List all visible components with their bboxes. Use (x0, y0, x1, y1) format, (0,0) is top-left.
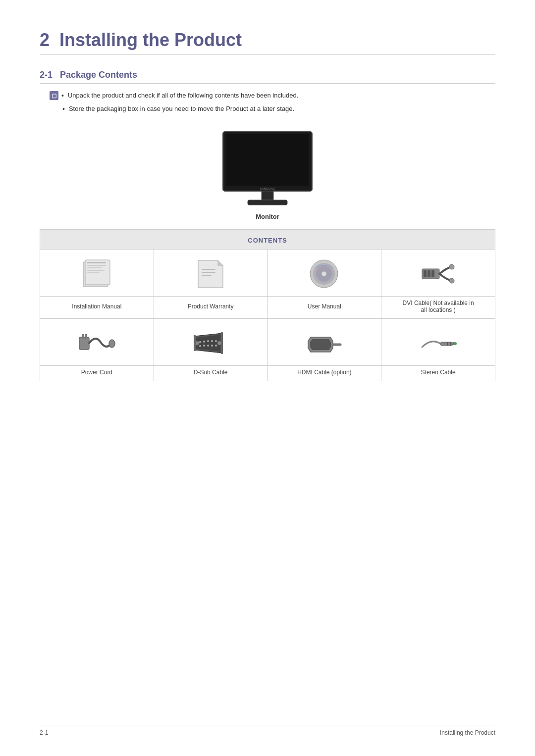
product-warranty-icon-cell (154, 250, 268, 297)
power-cord-icon-cell (40, 319, 154, 366)
product-warranty-label: Product Warranty (154, 297, 268, 319)
svg-point-51 (454, 342, 457, 345)
installation-manual-icon (45, 256, 149, 291)
monitor-image: SAMSUNG (213, 129, 322, 208)
hdmi-cable-icon-cell (268, 319, 381, 366)
monitor-label: Monitor (40, 213, 495, 220)
dvi-cable-icon-cell (381, 250, 495, 297)
svg-rect-10 (87, 270, 105, 271)
bullet-text-2: Store the packaging box in case you need… (69, 104, 294, 114)
contents-table: CONTENTS (40, 229, 495, 381)
bullet-text-1: Unpack the product and check if all of t… (68, 91, 298, 101)
svg-point-20 (321, 271, 326, 276)
svg-point-38 (199, 345, 201, 347)
svg-point-26 (449, 278, 454, 283)
svg-point-25 (449, 264, 454, 269)
user-manual-label: User Manual (268, 297, 381, 319)
svg-rect-9 (87, 267, 102, 268)
svg-rect-16 (202, 275, 212, 276)
power-cord-label: Power Cord (40, 366, 154, 381)
svg-rect-15 (202, 272, 215, 273)
page-footer: 2-1 Installing the Product (40, 725, 495, 736)
svg-rect-14 (202, 269, 215, 270)
dsub-cable-icon (159, 326, 263, 360)
svg-rect-3 (248, 200, 287, 205)
svg-marker-48 (310, 339, 331, 350)
svg-rect-24 (431, 270, 434, 277)
svg-rect-23 (428, 270, 430, 277)
footer-chapter-name: Installing the Product (440, 729, 495, 736)
installation-manual-icon-cell (40, 250, 154, 297)
bullet-dot-1: • (61, 91, 64, 101)
note-icon: ▢ (50, 91, 58, 100)
svg-marker-13 (218, 260, 223, 265)
contents-labels-row-2: Power Cord D-Sub Cable HDMI Cable (optio… (40, 366, 495, 381)
svg-point-37 (215, 340, 217, 342)
bullet-dot-2: • (62, 104, 65, 114)
user-manual-icon-cell (268, 250, 381, 297)
dvi-cable-icon (386, 256, 490, 291)
stereo-cable-icon (386, 326, 490, 360)
svg-point-33 (199, 341, 201, 343)
bullets-section: ▢ • Unpack the product and check if all … (50, 91, 495, 114)
svg-rect-2 (262, 191, 273, 200)
svg-rect-22 (424, 270, 427, 277)
hdmi-cable-icon (273, 326, 376, 360)
footer-page-number: 2-1 (40, 729, 48, 736)
stereo-cable-icon-cell (381, 319, 495, 366)
installation-manual-label: Installation Manual (40, 297, 154, 319)
dsub-cable-label: D-Sub Cable (154, 366, 268, 381)
power-cord-icon (45, 326, 149, 360)
svg-point-35 (207, 340, 209, 342)
monitor-section: SAMSUNG Monitor (40, 129, 495, 220)
svg-point-42 (215, 345, 217, 347)
svg-point-36 (211, 340, 213, 342)
product-warranty-icon (159, 256, 263, 291)
bullet-2: • Store the packaging box in case you ne… (62, 104, 495, 114)
svg-rect-28 (82, 334, 84, 339)
hdmi-cable-label: HDMI Cable (option) (268, 366, 381, 381)
svg-rect-11 (87, 272, 100, 273)
contents-labels-row-1: Installation Manual Product Warranty Use… (40, 297, 495, 319)
svg-point-41 (211, 345, 213, 347)
svg-rect-8 (87, 265, 106, 266)
section-title: 2-1 Package Contents (40, 70, 495, 84)
contents-header: CONTENTS (40, 230, 495, 250)
svg-rect-1 (226, 134, 309, 186)
stereo-cable-label: Stereo Cable (381, 366, 495, 381)
svg-point-39 (203, 345, 205, 347)
svg-point-34 (203, 341, 205, 343)
svg-rect-45 (194, 335, 196, 351)
svg-point-44 (217, 341, 221, 345)
svg-rect-53 (450, 342, 451, 346)
contents-icons-row-2 (40, 319, 495, 366)
svg-rect-27 (79, 337, 89, 350)
chapter-title: 2 Installing the Product (40, 30, 495, 55)
dvi-cable-label: DVI Cable( Not available inall locations… (381, 297, 495, 319)
contents-icons-row-1 (40, 250, 495, 297)
svg-point-40 (207, 345, 209, 347)
svg-rect-46 (221, 332, 223, 354)
svg-point-43 (195, 341, 199, 345)
svg-rect-7 (87, 262, 106, 263)
user-manual-icon (273, 256, 376, 291)
svg-rect-29 (85, 334, 87, 339)
svg-point-30 (109, 340, 115, 348)
dsub-cable-icon-cell (154, 319, 268, 366)
svg-rect-52 (447, 342, 448, 346)
svg-text:SAMSUNG: SAMSUNG (260, 187, 275, 190)
bullet-1: ▢ • Unpack the product and check if all … (50, 91, 495, 101)
